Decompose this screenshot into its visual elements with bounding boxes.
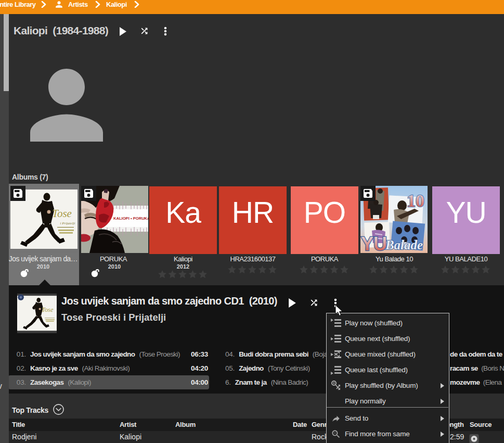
svg-text:Balade: Balade [385, 238, 423, 252]
svg-text:KALIOPI • PORUKA: KALIOPI • PORUKA [113, 216, 148, 221]
svg-text:Tose: Tose [42, 306, 54, 313]
svg-text:i Prijatelji: i Prijatelji [60, 221, 75, 225]
svg-text:Tose: Tose [52, 207, 72, 220]
svg-text:YU: YU [361, 233, 387, 253]
svg-text:10: 10 [407, 191, 424, 210]
